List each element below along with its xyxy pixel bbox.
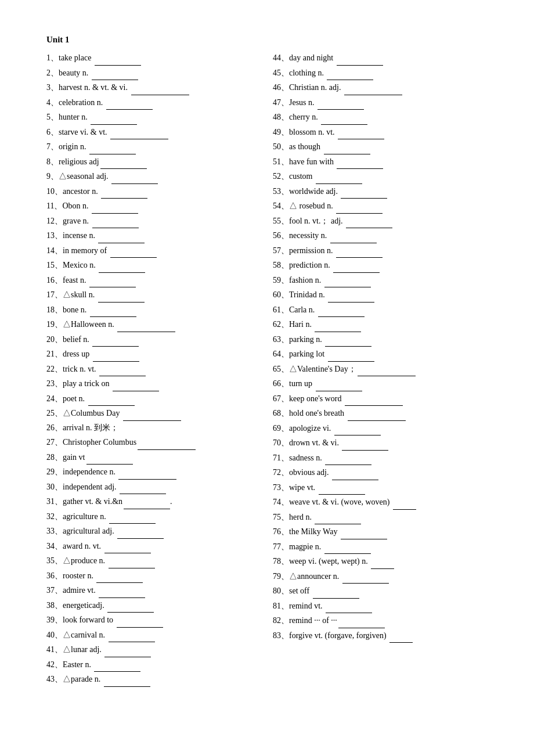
item-text: arrival n. 到米； [63,423,118,432]
list-item: 50、as though [273,139,488,154]
item-text: apologize vi. [289,424,333,433]
item-text: religious adj [59,157,99,166]
item-number: 72、 [273,468,289,477]
item-text: play a trick on [63,379,111,388]
item-text: day and night [289,53,335,62]
list-item: 44、day and night [273,51,488,66]
item-text: admire vt. [63,586,98,595]
item-text: feast n. [63,276,88,285]
unit-title: Unit 1 [46,35,488,45]
item-text: cherry n. [289,113,320,121]
item-number: 77、 [273,542,289,551]
blank-underline [358,362,416,377]
item-text: △carnival n. [63,631,107,639]
item-number: 67、 [273,394,289,403]
item-number: 82、 [273,616,289,625]
list-item: 78、weep vi. (wept, wept) n. [273,554,488,569]
list-item: 15、Mexico n. [46,258,261,273]
list-item: 32、agriculture n. [46,509,261,524]
item-number: 44、 [273,53,289,62]
item-text: Hari n. [289,320,313,329]
blank-underline [338,613,385,628]
blank-underline [117,613,163,628]
item-text: have fun with [289,157,335,166]
list-item: 52、custom [273,169,488,184]
item-text: forgive vt. (forgave, forgiven) [289,631,388,640]
list-item: 10、ancestor n. [46,184,261,199]
list-item: 83、forgive vt. (forgave, forgiven) [273,628,488,643]
extra-text: . [170,497,172,506]
blank-underline [315,317,361,332]
list-item: 73、wipe vt. [273,480,488,495]
item-text: ancestor n. [63,187,100,196]
item-text: prediction n. [289,261,332,269]
item-number: 41、 [46,645,63,654]
blank-underline [89,139,136,154]
item-number: 3、 [46,83,59,92]
blank-underline [332,465,378,480]
item-text: fool n. vt.； adj. [289,217,345,225]
list-item: 1、take place [46,51,261,66]
list-item: 80、set off [273,584,488,599]
list-item: 22、trick n. vt. [46,362,261,377]
list-item: 3、harvest n. & vt. & vi. [46,80,261,95]
blank-underline [324,139,370,154]
item-number: 15、 [46,261,63,269]
item-number: 48、 [273,113,289,121]
blank-underline [342,569,389,584]
blank-underline [92,66,138,81]
list-item: 70、drown vt. & vi. [273,435,488,451]
blank-underline [98,228,145,243]
blank-underline [92,214,139,229]
list-item: 76、the Milky Way [273,524,488,539]
item-text: incense n. [63,231,97,240]
list-item: 69、apologize vi. [273,421,488,436]
item-number: 63、 [273,335,289,344]
list-item: 4、celebration n. [46,95,261,110]
item-number: 33、 [46,527,63,535]
item-number: 19、 [46,320,63,329]
blank-underline [100,154,147,170]
item-number: 37、 [46,586,63,595]
blank-underline [341,524,387,539]
list-item: 16、feast n. [46,273,261,288]
blank-underline [337,154,383,170]
blank-underline [327,66,373,81]
item-text: as though [289,142,323,151]
list-item: 57、permission n. [273,243,488,258]
list-item: 59、fashion n. [273,273,488,288]
item-number: 22、 [46,365,63,373]
item-number: 79、 [273,572,289,581]
blank-underline [96,568,143,584]
item-number: 53、 [273,187,289,196]
item-number: 70、 [273,438,289,447]
list-item: 37、admire vt. [46,583,261,598]
list-item: 72、obvious adj. [273,465,488,480]
blank-underline [341,184,387,199]
blank-underline [117,524,164,539]
blank-underline [107,598,154,613]
list-item: 26、arrival n. 到米； [46,421,261,435]
list-item: 36、rooster n. [46,568,261,584]
item-text: blossom n. vt. [289,128,337,136]
list-item: 79、△announcer n. [273,569,488,584]
item-number: 83、 [273,631,289,640]
item-number: 6、 [46,128,59,136]
list-item: 42、Easter n. [46,657,261,672]
item-number: 20、 [46,335,63,344]
item-number: 76、 [273,527,289,536]
list-item: 64、parking lot [273,347,488,362]
item-number: 54、 [273,201,289,210]
blank-underline [138,435,196,450]
item-text: rooster n. [63,571,95,580]
list-item: 55、fool n. vt.； adj. [273,214,488,229]
item-text: △skull n. [63,290,97,299]
list-item: 18、bone n. [46,303,261,318]
item-text: set off [289,586,312,595]
blank-underline [90,303,136,318]
blank-underline [113,376,159,391]
item-text: △announcer n. [289,572,341,581]
list-item: 27、Christopher Columbus [46,435,261,450]
list-item: 14、in memory of [46,243,261,258]
blank-underline [111,169,158,184]
